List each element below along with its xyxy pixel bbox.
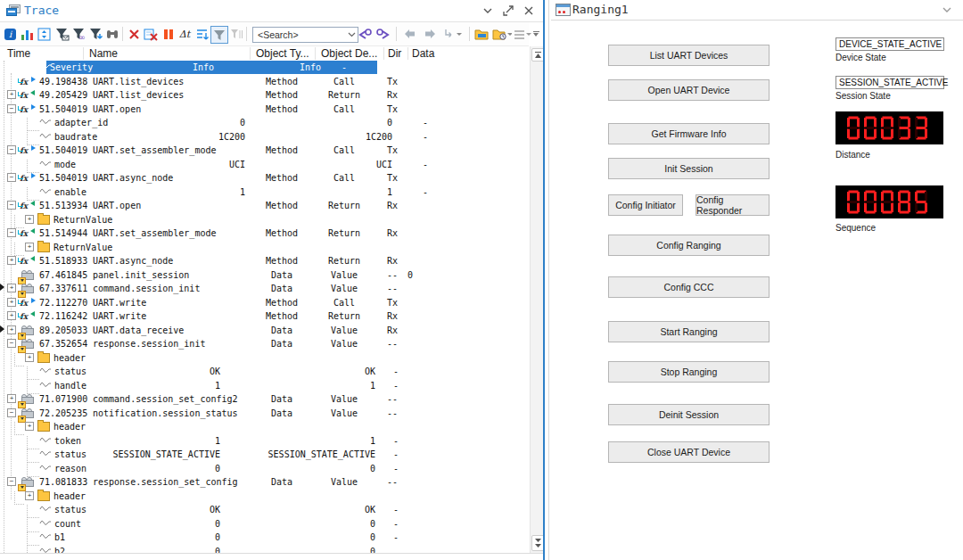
expander-icon[interactable]: + bbox=[25, 422, 34, 431]
clear-trace-icon[interactable] bbox=[143, 26, 159, 42]
trace-row[interactable]: +ReturnValue bbox=[0, 241, 529, 255]
init-session-button[interactable]: Init Session bbox=[608, 158, 770, 179]
column-header-name[interactable]: Name bbox=[89, 47, 118, 60]
trace-row[interactable]: −71.081833response.session_set_configDat… bbox=[0, 475, 529, 490]
trace-row[interactable]: −72.205235notification.session_statusDat… bbox=[0, 407, 529, 421]
chevron-down-icon[interactable] bbox=[482, 4, 496, 17]
binoculars-icon[interactable] bbox=[104, 26, 120, 42]
nav-back-icon[interactable] bbox=[401, 26, 417, 42]
open-uart-device-button[interactable]: Open UART Device bbox=[608, 79, 770, 101]
trace-row[interactable]: +fx72.112270UART.writeMethodCallTx bbox=[0, 296, 529, 310]
trace-row[interactable]: handle11- bbox=[0, 379, 529, 393]
info-icon[interactable]: i bbox=[2, 26, 18, 42]
stop-ranging-button[interactable]: Stop Ranging bbox=[608, 361, 770, 383]
trace-row[interactable]: count00- bbox=[0, 517, 529, 531]
trace-row[interactable]: token11- bbox=[0, 434, 529, 449]
expander-icon[interactable]: − bbox=[7, 104, 16, 113]
start-ranging-button[interactable]: Start Ranging bbox=[608, 321, 770, 342]
expander-icon[interactable]: + bbox=[25, 215, 34, 224]
trace-row[interactable]: adapter_id00- bbox=[0, 116, 529, 130]
session-state-field[interactable]: SESSION_STATE_ACTIVE bbox=[835, 76, 944, 89]
trace-row[interactable]: +header bbox=[0, 420, 529, 434]
nav-forward-icon[interactable] bbox=[422, 26, 438, 42]
column-header-object-details[interactable]: Object De... bbox=[321, 47, 377, 60]
search-dropdown-icon[interactable] bbox=[348, 32, 356, 37]
config-ranging-button[interactable]: Config Ranging bbox=[608, 235, 770, 256]
expander-icon[interactable]: − bbox=[7, 228, 16, 237]
expander-icon[interactable]: + bbox=[7, 311, 16, 320]
column-header-time[interactable]: Time bbox=[7, 47, 30, 60]
fixed-view-icon[interactable] bbox=[194, 26, 210, 42]
trace-row[interactable]: b100- bbox=[0, 531, 529, 545]
search-backward-icon[interactable] bbox=[357, 26, 373, 42]
logging-config-icon[interactable] bbox=[473, 26, 490, 42]
pause-icon[interactable] bbox=[160, 26, 177, 42]
filter-pass-icon[interactable] bbox=[54, 26, 70, 42]
expander-icon[interactable]: − bbox=[7, 408, 16, 417]
trace-row[interactable]: +header bbox=[0, 490, 529, 504]
statistics-icon[interactable] bbox=[19, 26, 35, 42]
config-initiator-button[interactable]: Config Initiator bbox=[608, 194, 683, 216]
expander-icon[interactable]: + bbox=[7, 394, 16, 403]
expander-icon[interactable]: + bbox=[25, 491, 34, 500]
trace-row[interactable]: −fx51.514944UART.set_assembler_modeMetho… bbox=[0, 226, 529, 241]
expander-icon[interactable]: + bbox=[25, 353, 34, 362]
expander-icon[interactable]: + bbox=[25, 243, 34, 251]
trace-row[interactable]: −fx51.504019UART.async_nodeMethodCallTx bbox=[0, 171, 529, 185]
export-history-icon[interactable] bbox=[491, 26, 513, 42]
expander-icon[interactable]: + bbox=[7, 284, 16, 292]
fit-rows-icon[interactable] bbox=[36, 26, 52, 42]
trace-row[interactable]: 67.461845panel.init_sessionDataValue--0 bbox=[0, 268, 529, 283]
config-responder-button[interactable]: Config Responder bbox=[696, 194, 770, 216]
column-header-object-type[interactable]: Object Ty... bbox=[256, 47, 309, 60]
delete-icon[interactable] bbox=[126, 26, 142, 42]
search-forward-icon[interactable] bbox=[375, 26, 391, 42]
close-uart-device-button[interactable]: Close UART Device bbox=[608, 441, 770, 463]
expander-icon[interactable]: + bbox=[7, 256, 16, 265]
expander-icon[interactable]: − bbox=[7, 201, 16, 210]
expander-icon[interactable]: + bbox=[7, 325, 16, 334]
time-diff-icon[interactable]: Δt bbox=[176, 26, 193, 42]
trace-row[interactable]: −fx51.513934UART.openMethodReturnRx bbox=[0, 199, 529, 213]
expander-icon[interactable]: − bbox=[7, 339, 16, 348]
filter-stop-icon[interactable]: ∞ bbox=[71, 26, 87, 42]
trace-row[interactable]: +ReturnValue bbox=[0, 213, 529, 227]
toolbar-overflow-icon[interactable] bbox=[530, 26, 542, 42]
trace-row[interactable]: statusOKOK- bbox=[0, 503, 529, 517]
trace-row[interactable]: statusOKOK- bbox=[0, 365, 529, 379]
panel-splitter[interactable] bbox=[543, 0, 545, 560]
toggle-filter-icon[interactable] bbox=[210, 26, 228, 44]
trace-row[interactable]: +71.071900command.session_set_config2Dat… bbox=[0, 392, 529, 407]
trace-row[interactable]: statusSESSION_STATE_ACTIVESESSION_STATE_… bbox=[0, 448, 529, 462]
trace-row[interactable]: fx49.198438UART.list_devicesMethodCallTx bbox=[0, 75, 529, 89]
column-header-dir[interactable]: Dir bbox=[388, 47, 401, 60]
trace-row[interactable]: −fx51.504019UART.openMethodCallTx bbox=[0, 103, 529, 117]
nav-branch-icon[interactable] bbox=[442, 26, 464, 42]
vertical-scrollbar[interactable] bbox=[530, 46, 544, 553]
search-input[interactable]: <Search> bbox=[252, 27, 358, 43]
chevron-down-icon[interactable] bbox=[941, 4, 955, 16]
get-firmware-info-button[interactable]: Get Firmware Info bbox=[608, 123, 770, 144]
trace-row[interactable]: +67.337611command.session_initDataValue-… bbox=[0, 282, 529, 296]
trace-row[interactable]: −fx51.504019UART.set_assembler_modeMetho… bbox=[0, 144, 529, 158]
trace-row[interactable]: +header bbox=[0, 351, 529, 366]
column-header-data[interactable]: Data bbox=[412, 47, 434, 60]
trace-row[interactable]: +fx72.116242UART.writeMethodReturnRx bbox=[0, 309, 529, 324]
trace-row[interactable]: SeverityInfoInfo- bbox=[0, 61, 529, 75]
expander-icon[interactable]: + bbox=[7, 298, 16, 307]
filter-column-icon[interactable] bbox=[88, 26, 104, 42]
trace-row[interactable]: baudrate1C2001C200- bbox=[0, 130, 529, 144]
trace-row[interactable]: +89.205033UART.data_receiveDataValueRx bbox=[0, 324, 529, 338]
trace-row[interactable]: +fx51.518933UART.async_nodeMethodReturnR… bbox=[0, 254, 529, 268]
trace-row[interactable]: modeUCIUCI- bbox=[0, 158, 529, 172]
trace-row[interactable]: b200 bbox=[0, 545, 529, 554]
close-icon[interactable] bbox=[523, 4, 537, 17]
restore-window-icon[interactable] bbox=[502, 4, 516, 17]
list-uart-devices-button[interactable]: List UART Devices bbox=[608, 45, 770, 66]
expander-icon[interactable]: − bbox=[7, 173, 16, 182]
config-ccc-button[interactable]: Config CCC bbox=[608, 276, 770, 298]
device-state-field[interactable]: DEVICE_STATE_ACTIVE bbox=[835, 37, 944, 51]
expander-icon[interactable]: + bbox=[7, 90, 16, 99]
expander-icon[interactable]: − bbox=[7, 145, 16, 154]
trace-row[interactable]: reason00- bbox=[0, 462, 529, 476]
